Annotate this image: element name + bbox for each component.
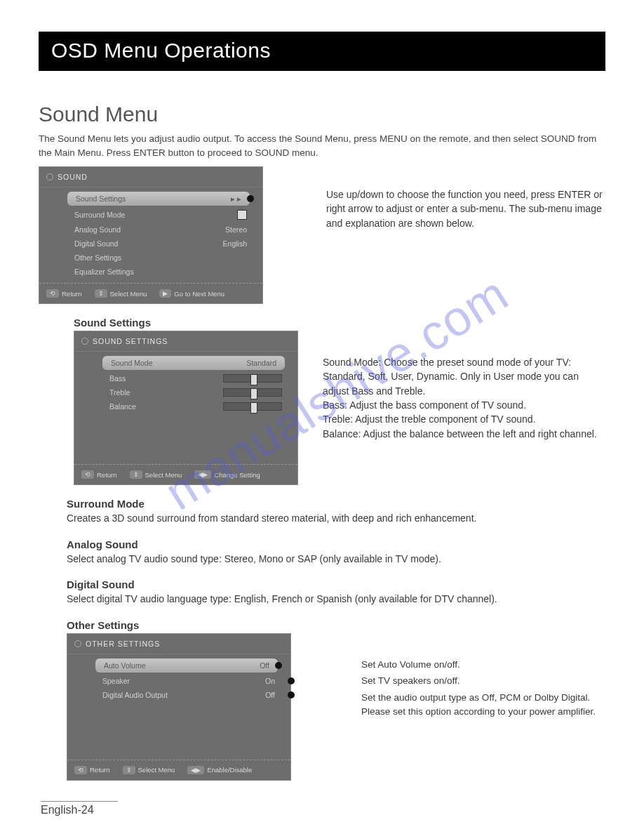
key-icon: ⇕ (123, 766, 135, 774)
other-annotations: Set Auto Volume on/off. Set TV speakers … (291, 633, 605, 781)
slider-icon (223, 374, 282, 383)
annot-digital-out: Set the audio output type as Off, PCM or… (361, 691, 605, 718)
osd-title: OTHER SETTINGS (67, 634, 290, 654)
osd-sound-menu: SOUND Sound Settings ▸ ▸ Surround Mode A… (39, 166, 263, 304)
key-icon: ⇕ (95, 289, 107, 298)
osd-item-other[interactable]: Other Settings (39, 251, 262, 265)
callout-dot (275, 662, 282, 669)
ring-icon (81, 338, 88, 345)
slider-icon (223, 402, 282, 411)
digital-heading: Digital Sound (67, 578, 605, 590)
analog-text: Select analog TV audio sound type: Stere… (67, 552, 605, 567)
surround-text: Creates a 3D sound surround from standar… (67, 512, 605, 526)
osd-item-treble[interactable]: Treble (74, 385, 297, 399)
page-footer: English-24 (41, 801, 118, 816)
osd-item-surround[interactable]: Surround Mode (39, 207, 262, 223)
section-title: Sound Menu (39, 102, 605, 126)
section-intro: The Sound Menu lets you adjust audio out… (39, 132, 605, 159)
osd-item-digital[interactable]: Digital SoundEnglish (39, 237, 262, 251)
osd-sound-settings: SOUND SETTINGS Sound ModeStandard Bass T… (74, 331, 298, 485)
annot-auto-volume: Set Auto Volume on/off. (361, 658, 605, 672)
osd-item-auto-volume[interactable]: Auto VolumeOff (95, 658, 278, 673)
osd-title: SOUND SETTINGS (74, 331, 297, 352)
osd-title: SOUND (39, 167, 262, 187)
key-icon: ◀▶ (187, 766, 204, 774)
surround-heading: Surround Mode (67, 498, 605, 510)
osd-item-balance[interactable]: Balance (74, 399, 297, 413)
osd-footer: ⟲Return ⇕Select Menu ▶Go to Next Menu (39, 283, 262, 303)
ring-icon (46, 173, 53, 180)
callout-dot (247, 195, 254, 202)
osd-footer: ⟲Return ⇕Select Menu ◀▶Enable/Disable (67, 760, 290, 780)
osd-item-sound-settings[interactable]: Sound Settings ▸ ▸ (67, 192, 250, 206)
osd-item-digital-out[interactable]: Digital Audio OutputOff (67, 688, 290, 702)
chapter-title-bar: OSD Menu Operations (39, 32, 605, 71)
osd1-annotation: Use up/down to choose the function you n… (263, 166, 605, 304)
sound-settings-heading: Sound Settings (74, 317, 605, 329)
key-icon: ⟲ (81, 470, 94, 479)
digital-text: Select digital TV audio language type: E… (67, 593, 605, 607)
callout-dot (288, 691, 295, 699)
key-icon: ◀▶ (194, 470, 211, 479)
osd-item-bass[interactable]: Bass (74, 371, 297, 385)
osd-item-analog[interactable]: Analog SoundStereo (39, 223, 262, 237)
callout-dot (288, 677, 295, 684)
chapter-title: OSD Menu Operations (51, 39, 271, 62)
annot-speaker: Set TV speakers on/off. (361, 674, 605, 688)
analog-heading: Analog Sound (67, 538, 605, 550)
osd-item-eq[interactable]: Equalizer Settings (39, 265, 262, 279)
checkbox-icon (237, 210, 247, 220)
ring-icon (74, 640, 81, 647)
key-icon: ⇕ (130, 470, 142, 479)
osd-footer: ⟲Return ⇕Select Menu ◀▶Change Setting (74, 464, 297, 484)
osd-item-speaker[interactable]: SpeakerOn (67, 674, 290, 688)
key-icon: ⟲ (74, 766, 87, 774)
sound-settings-desc: Sound Mode: Choose the preset sound mode… (298, 331, 605, 485)
key-icon: ▶ (159, 289, 171, 298)
osd-item-sound-mode[interactable]: Sound ModeStandard (102, 356, 285, 370)
slider-icon (223, 388, 282, 397)
osd-other-settings: OTHER SETTINGS Auto VolumeOff SpeakerOn … (67, 633, 291, 781)
key-icon: ⟲ (46, 289, 59, 298)
other-heading: Other Settings (67, 619, 605, 631)
